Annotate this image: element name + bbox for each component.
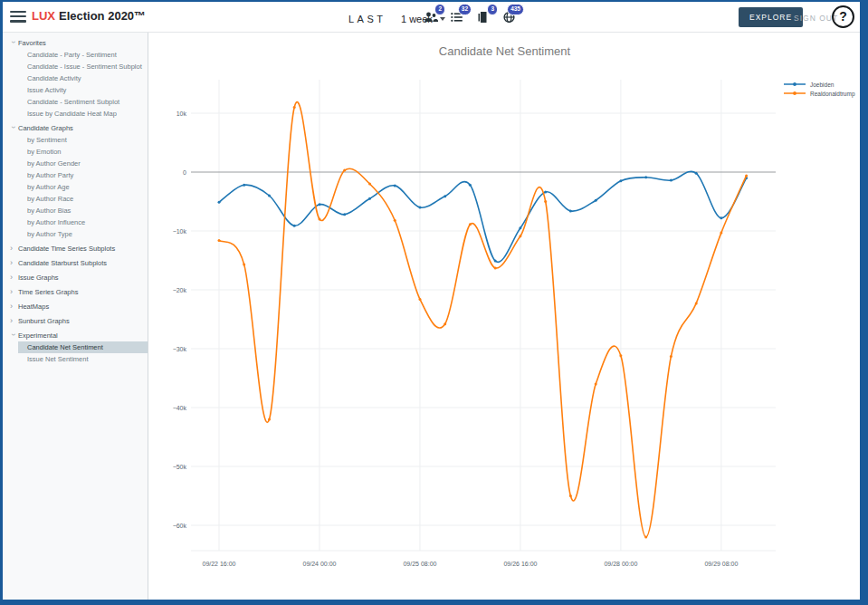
- svg-text:−50k: −50k: [173, 464, 187, 470]
- tree-section-label: Sunburst Graphs: [18, 317, 70, 325]
- help-icon[interactable]: ?: [832, 5, 854, 28]
- chevron-down-icon: ›: [7, 126, 19, 134]
- legend-swatch-icon: [783, 90, 806, 97]
- chevron-down-icon: ›: [7, 333, 19, 341]
- time-range-prefix: LAST: [348, 14, 386, 24]
- tree-section[interactable]: ›Candidate Starburst Subplots: [3, 257, 148, 269]
- svg-text:−20k: −20k: [173, 287, 187, 293]
- tree-section-label: Issue Graphs: [18, 274, 59, 282]
- chevron-down-icon: ›: [7, 41, 19, 49]
- chevron-right-icon: ›: [10, 315, 18, 327]
- tree-section-label: Time Series Graphs: [18, 288, 78, 296]
- tree-section[interactable]: ›Candidate Time Series Subplots: [3, 243, 148, 254]
- tree-section[interactable]: ›Experimental: [3, 330, 148, 341]
- tree-item[interactable]: by Author Bias: [3, 205, 148, 216]
- svg-text:09/28 00:00: 09/28 00:00: [604, 561, 637, 567]
- chart-legend: JoebidenRealdonaldtrump: [783, 80, 855, 98]
- brand-logo: LUXElection 2020™: [32, 9, 146, 23]
- tree-item[interactable]: by Author Race: [3, 193, 148, 205]
- hamburger-menu-icon[interactable]: [10, 11, 26, 24]
- svg-text:−30k: −30k: [173, 346, 187, 352]
- app-frame: LUXElection 2020™ LAST 1 week 2323435 EX…: [0, 0, 868, 605]
- app-window: LUXElection 2020™ LAST 1 week 2323435 EX…: [3, 2, 860, 600]
- tree-item[interactable]: by Author Influence: [3, 216, 148, 228]
- tree-item[interactable]: by Emotion: [3, 146, 148, 158]
- brand-title: Election 2020™: [59, 9, 146, 23]
- svg-text:09/24 00:00: 09/24 00:00: [302, 561, 336, 567]
- svg-text:−60k: −60k: [173, 523, 187, 529]
- list-icon[interactable]: 32: [450, 9, 465, 24]
- svg-text:0: 0: [183, 169, 186, 176]
- badge-count: 2: [434, 4, 445, 15]
- door-icon[interactable]: 3: [476, 9, 491, 24]
- chevron-right-icon: ›: [10, 301, 18, 312]
- people-icon[interactable]: 2: [424, 9, 439, 24]
- badge-count: 435: [507, 4, 524, 15]
- sidebar-tree: ›FavoritesCandidate - Party - SentimentC…: [3, 33, 148, 600]
- tree-section[interactable]: ›HeatMaps: [3, 301, 148, 312]
- chevron-right-icon: ›: [10, 243, 18, 254]
- tree-section[interactable]: ›Candidate Graphs: [3, 122, 148, 134]
- tree-section-label: Candidate Graphs: [18, 124, 73, 132]
- svg-text:09/26 16:00: 09/26 16:00: [503, 561, 537, 567]
- tree-section-label: Favorites: [18, 39, 46, 47]
- chevron-right-icon: ›: [10, 257, 18, 269]
- tree-section-label: Experimental: [18, 331, 58, 340]
- tree-section-label: Candidate Time Series Subplots: [18, 245, 115, 253]
- svg-text:−40k: −40k: [173, 405, 187, 411]
- tree-section[interactable]: ›Time Series Graphs: [3, 286, 148, 298]
- tree-item[interactable]: Candidate Activity: [3, 72, 148, 84]
- svg-text:−10k: −10k: [173, 228, 187, 235]
- tree-item[interactable]: by Author Party: [3, 169, 148, 181]
- tree-item[interactable]: by Sentiment: [3, 134, 148, 146]
- legend-label: Realdonaldtrump: [810, 91, 855, 97]
- chevron-right-icon: ›: [10, 272, 18, 283]
- tree-item[interactable]: Candidate - Party - Sentiment: [3, 49, 148, 61]
- legend-label: Joebiden: [810, 82, 834, 88]
- chart-area: 09/22 16:0009/24 00:0009/25 08:0009/26 1…: [149, 33, 860, 600]
- tree-item[interactable]: by Author Gender: [3, 158, 148, 169]
- chevron-right-icon: ›: [10, 286, 18, 298]
- svg-text:09/22 16:00: 09/22 16:00: [203, 561, 236, 567]
- brand-lux: LUX: [32, 9, 55, 23]
- tree-section-label: HeatMaps: [18, 302, 49, 311]
- badge-count: 32: [458, 4, 472, 15]
- tree-section[interactable]: ›Favorites: [3, 37, 148, 49]
- svg-text:09/25 08:00: 09/25 08:00: [403, 561, 436, 567]
- chart-canvas[interactable]: 09/22 16:0009/24 00:0009/25 08:0009/26 1…: [149, 33, 860, 600]
- badge-count: 3: [487, 4, 498, 15]
- top-bar: LUXElection 2020™ LAST 1 week 2323435 EX…: [3, 2, 860, 33]
- legend-item[interactable]: Realdonaldtrump: [783, 89, 855, 98]
- header-badge-icons: 2323435: [424, 9, 518, 24]
- tree-item[interactable]: Issue Net Sentiment: [3, 353, 148, 365]
- globe-icon[interactable]: 435: [502, 9, 518, 24]
- tree-item[interactable]: Issue Activity: [3, 84, 148, 96]
- legend-swatch-icon: [783, 81, 806, 88]
- tree-section[interactable]: ›Sunburst Graphs: [3, 315, 148, 327]
- tree-item[interactable]: Candidate - Issue - Sentiment Subplot: [3, 61, 148, 72]
- tree-item[interactable]: Issue by Candidate Heat Map: [3, 108, 148, 120]
- legend-item[interactable]: Joebiden: [783, 80, 855, 89]
- chart-title: Candidate Net Sentiment: [149, 44, 860, 58]
- tree-section-label: Candidate Starburst Subplots: [18, 259, 107, 267]
- tree-item[interactable]: by Author Type: [3, 228, 148, 240]
- tree-item[interactable]: Candidate - Sentiment Subplot: [3, 96, 148, 108]
- svg-text:09/29 08:00: 09/29 08:00: [704, 561, 738, 567]
- tree-item[interactable]: by Author Age: [3, 181, 148, 193]
- svg-text:10k: 10k: [176, 110, 187, 117]
- tree-item[interactable]: Candidate Net Sentiment: [18, 341, 148, 353]
- tree-section[interactable]: ›Issue Graphs: [3, 272, 148, 283]
